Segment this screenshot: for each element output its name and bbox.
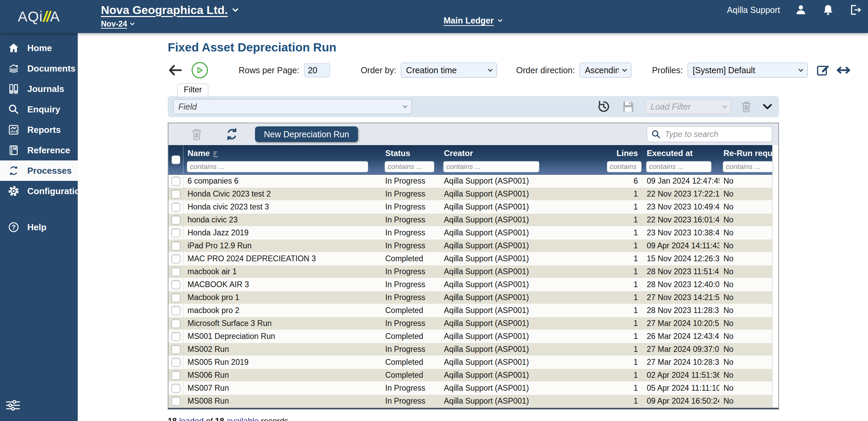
- cell-executed-at: 23 Nov 2023 10:38:43: [643, 227, 719, 239]
- profiles-select[interactable]: [System] Default: [688, 63, 808, 78]
- row-checkbox[interactable]: [171, 332, 180, 341]
- cell-creator: Aqilla Support (ASP001): [440, 239, 603, 252]
- load-filter-select[interactable]: Load Filter: [645, 99, 731, 114]
- sidebar-item-configuration[interactable]: Configuration: [0, 181, 78, 201]
- table-row[interactable]: MS002 Run In Progress Aqilla Support (AS…: [168, 343, 772, 356]
- row-checkbox[interactable]: [171, 190, 180, 199]
- row-checkbox[interactable]: [171, 384, 180, 393]
- row-checkbox[interactable]: [171, 319, 180, 328]
- row-checkbox[interactable]: [171, 254, 180, 263]
- cell-creator: Aqilla Support (ASP001): [440, 265, 603, 278]
- loaded-count: 18: [168, 416, 177, 421]
- filter-expand-chevron-icon[interactable]: [761, 99, 774, 114]
- ledger-label: Main Ledger: [444, 16, 494, 26]
- filter-input-creator[interactable]: [443, 161, 539, 172]
- notifications-bell-icon[interactable]: [822, 3, 835, 16]
- table-row[interactable]: iPad Pro 12.9 Run In Progress Aqilla Sup…: [168, 239, 772, 252]
- filter-input-rerun[interactable]: [723, 161, 773, 172]
- period-selector[interactable]: Nov-24: [101, 19, 238, 29]
- row-checkbox[interactable]: [171, 241, 180, 250]
- journals-icon: [8, 83, 20, 95]
- back-button[interactable]: [168, 63, 183, 78]
- row-checkbox[interactable]: [171, 371, 180, 380]
- table-row[interactable]: Honda Civic 2023 test 2 In Progress Aqil…: [168, 188, 772, 201]
- table-row[interactable]: macbook air 1 In Progress Aqilla Support…: [168, 265, 772, 278]
- rows-per-page-input[interactable]: [304, 63, 330, 77]
- logout-icon[interactable]: [849, 3, 862, 16]
- table-row[interactable]: MACBOOK AIR 3 In Progress Aqilla Support…: [168, 278, 772, 291]
- filter-history-icon[interactable]: [596, 99, 611, 114]
- filter-tab[interactable]: Filter: [177, 83, 208, 96]
- save-filter-icon[interactable]: [621, 99, 636, 114]
- refresh-icon[interactable]: [225, 127, 239, 141]
- company-selector[interactable]: Nova Geographica Ltd.: [101, 3, 238, 17]
- edit-profile-icon[interactable]: [816, 63, 830, 77]
- row-checkbox[interactable]: [171, 216, 180, 224]
- chevron-down-icon: [798, 67, 803, 72]
- run-play-button[interactable]: [192, 62, 208, 78]
- sidebar-item-enquiry[interactable]: Enquiry: [0, 99, 78, 120]
- table-row[interactable]: MS008 Run In Progress Aqilla Support (AS…: [168, 395, 772, 408]
- cell-creator: Aqilla Support (ASP001): [440, 304, 603, 317]
- sidebar-item-processes[interactable]: Processes: [0, 160, 78, 181]
- cell-executed-at: 15 Nov 2024 12:26:39: [643, 252, 719, 265]
- filter-input-lines[interactable]: [607, 161, 642, 172]
- row-checkbox[interactable]: [171, 203, 180, 212]
- loaded-link[interactable]: loaded: [179, 416, 204, 421]
- cell-name: Honda civic 2023 test 3: [183, 201, 381, 213]
- cell-name: Honda Civic 2023 test 2: [183, 188, 381, 200]
- row-checkbox[interactable]: [171, 177, 180, 186]
- select-all-checkbox[interactable]: [171, 155, 180, 164]
- column-header-name[interactable]: Name: [183, 145, 381, 159]
- column-header-executed-at[interactable]: Executed at: [643, 145, 719, 159]
- user-icon[interactable]: [794, 3, 807, 16]
- order-direction-select[interactable]: Ascending: [580, 63, 631, 78]
- cell-status: In Progress: [381, 382, 440, 394]
- table-row[interactable]: Honda Jazz 2019 In Progress Aqilla Suppo…: [168, 227, 772, 239]
- ledger-selector[interactable]: Main Ledger: [444, 16, 502, 26]
- filter-input-name[interactable]: [187, 161, 368, 172]
- table-row[interactable]: MS001 Depreciation Run Completed Aqilla …: [168, 330, 772, 343]
- expand-columns-icon[interactable]: [836, 62, 851, 78]
- table-row[interactable]: MS007 Run In Progress Aqilla Support (AS…: [168, 382, 772, 395]
- filter-input-status[interactable]: [385, 161, 434, 172]
- row-checkbox[interactable]: [171, 267, 180, 276]
- cell-status: In Progress: [381, 188, 440, 200]
- sidebar-item-documents[interactable]: Documents: [0, 58, 78, 79]
- aqilla-logo[interactable]: AQi//A: [0, 0, 78, 33]
- table-row[interactable]: honda civic 23 In Progress Aqilla Suppor…: [168, 214, 772, 227]
- sidebar-item-reports[interactable]: Reports: [0, 120, 78, 140]
- column-header-lines[interactable]: Lines: [603, 145, 643, 159]
- column-header-rerun-required[interactable]: Re-Run requir…: [719, 145, 773, 159]
- filter-field-select[interactable]: Field: [173, 99, 412, 114]
- column-header-status[interactable]: Status: [381, 145, 440, 159]
- order-by-select[interactable]: Creation time: [401, 63, 497, 78]
- table-row[interactable]: 6 companies 6 In Progress Aqilla Support…: [168, 175, 772, 188]
- table-row[interactable]: Macbook pro 1 In Progress Aqilla Support…: [168, 291, 772, 304]
- table-row[interactable]: MS006 Run Completed Aqilla Support (ASP0…: [168, 369, 772, 382]
- row-checkbox[interactable]: [171, 345, 180, 354]
- delete-filter-trash-icon[interactable]: [739, 99, 753, 114]
- new-depreciation-run-button[interactable]: New Depreciation Run: [255, 126, 358, 142]
- column-header-creator[interactable]: Creator: [440, 145, 603, 159]
- table-row[interactable]: Microsoft Surface 3 Run In Progress Aqil…: [168, 317, 772, 330]
- delete-rows-trash-icon[interactable]: [190, 127, 204, 141]
- table-row[interactable]: macbook pro 2 Completed Aqilla Support (…: [168, 304, 772, 317]
- sliders-icon[interactable]: [5, 397, 21, 414]
- sidebar-item-help[interactable]: ? Help: [0, 217, 78, 237]
- table-row[interactable]: MS005 Run 2019 Completed Aqilla Support …: [168, 356, 772, 369]
- row-checkbox[interactable]: [171, 397, 180, 406]
- row-checkbox[interactable]: [171, 229, 180, 237]
- row-checkbox[interactable]: [171, 306, 180, 315]
- sidebar-item-reference[interactable]: Reference: [0, 140, 78, 160]
- search-input[interactable]: [647, 126, 772, 142]
- row-checkbox[interactable]: [171, 358, 180, 367]
- row-checkbox[interactable]: [171, 293, 180, 302]
- sidebar-item-journals[interactable]: Journals: [0, 79, 78, 99]
- filter-input-executed-at[interactable]: [646, 161, 712, 172]
- sidebar-item-home[interactable]: Home: [0, 38, 78, 58]
- table-row[interactable]: Honda civic 2023 test 3 In Progress Aqil…: [168, 201, 772, 214]
- row-checkbox[interactable]: [171, 280, 180, 289]
- available-link[interactable]: available: [226, 416, 259, 421]
- table-row[interactable]: MAC PRO 2024 DEPRECIEATION 3 Completed A…: [168, 252, 772, 265]
